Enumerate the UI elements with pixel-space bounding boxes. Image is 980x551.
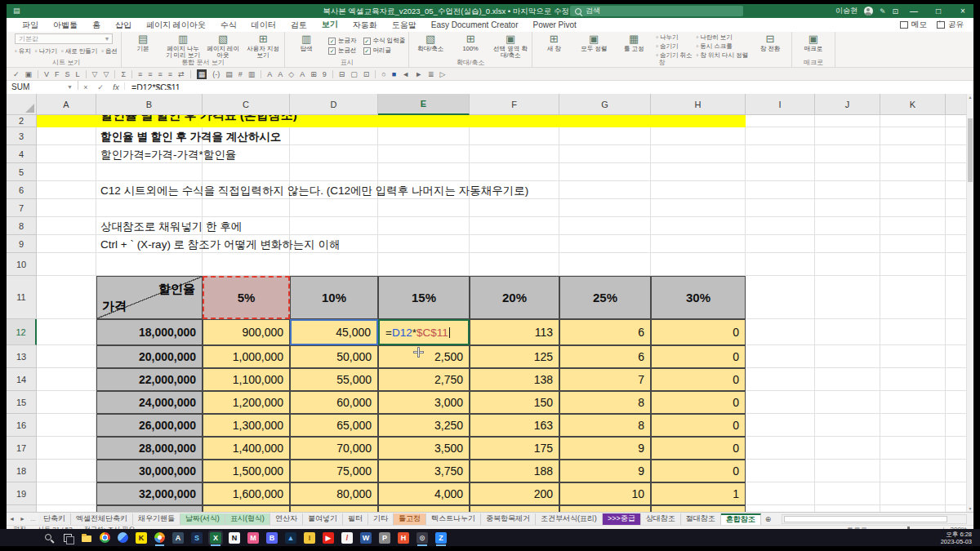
tab-검토[interactable]: 검토 — [283, 18, 314, 33]
autosum-icon[interactable]: Σ — [121, 69, 126, 79]
cell-G10[interactable] — [559, 253, 651, 276]
ribbon-button-유지[interactable]: ▫ 유지 — [15, 47, 31, 55]
cell-G3[interactable] — [559, 127, 651, 145]
play-icon[interactable]: ▷ — [440, 69, 446, 79]
cell-A18[interactable] — [37, 460, 96, 482]
cell-I9[interactable] — [746, 235, 815, 253]
cell-E4[interactable] — [378, 145, 470, 163]
cell-K5[interactable] — [880, 163, 946, 181]
value-cell-E13[interactable]: 2,500 — [378, 345, 470, 368]
row-header-4[interactable]: 4 — [7, 145, 37, 163]
cell-D7[interactable] — [290, 199, 378, 217]
value-cell-H13[interactable]: 0 — [651, 345, 746, 368]
row-header-19[interactable]: 19 — [7, 482, 37, 505]
value-cell-E15[interactable]: 3,000 — [378, 391, 470, 414]
ribbon-button-모두 정렬[interactable]: ▣모두 정렬 — [576, 33, 612, 52]
ribbon-button-페이지 레이아웃[interactable]: ▧페이지 레이아웃 — [205, 33, 241, 59]
scroll-down-arrow[interactable]: ▼ — [967, 506, 973, 511]
row-header-7[interactable]: 7 — [7, 199, 37, 217]
row-header-15[interactable]: 15 — [7, 391, 37, 414]
cell-X2[interactable] — [946, 115, 968, 127]
note-B8[interactable]: 상대참조로 채워넣기 한 후에 — [100, 220, 242, 234]
sheet-tab-필터[interactable]: 필터 — [343, 513, 368, 525]
row-header-5[interactable]: 5 — [7, 163, 37, 181]
cell-K3[interactable] — [880, 127, 946, 145]
cell-J10[interactable] — [815, 253, 880, 276]
cell-I2[interactable] — [746, 115, 815, 127]
cell-D5[interactable] — [290, 163, 378, 181]
ribbon-button-창 전환[interactable]: ⊟창 전환 — [752, 33, 788, 52]
value-cell-E12[interactable]: =D12*$C$11 — [378, 319, 470, 345]
sheet-tab-날짜(서식)[interactable]: 날짜(서식) — [180, 513, 225, 525]
task-view-icon[interactable] — [62, 532, 74, 544]
cell-J12[interactable] — [815, 319, 880, 345]
row-header-3[interactable]: 3 — [7, 127, 37, 145]
row-header-6[interactable]: 6 — [7, 181, 37, 199]
banner-row2[interactable]: 할인율 별 할인 후 가격표 (혼합참조) — [37, 115, 746, 127]
cell-I19[interactable] — [746, 482, 815, 505]
row-header-8[interactable]: 8 — [7, 217, 37, 235]
column-header-A[interactable]: A — [37, 94, 96, 115]
value-cell-C16[interactable]: 1,300,000 — [203, 414, 290, 437]
cell-E9[interactable] — [378, 235, 470, 253]
cell-I7[interactable] — [746, 199, 815, 217]
cell-I10[interactable] — [746, 253, 815, 276]
cell-X9[interactable] — [946, 235, 968, 253]
sheet-tab-혼합참조[interactable]: 혼합참조 — [721, 513, 761, 525]
font-increase-icon[interactable]: A — [267, 69, 272, 79]
cell-B10[interactable] — [96, 253, 203, 276]
value-cell-E16[interactable]: 3,250 — [378, 414, 470, 437]
value-cell-H16[interactable]: 0 — [651, 414, 746, 437]
search-box[interactable]: 검색 — [570, 6, 743, 16]
value-cell-G15[interactable]: 8 — [559, 391, 651, 414]
rate-header-15%[interactable]: 15% — [378, 276, 470, 319]
alcapture-icon[interactable]: A — [172, 532, 184, 544]
tab-Power Pivot[interactable]: Power Pivot — [526, 19, 584, 31]
cell-D3[interactable] — [290, 127, 378, 145]
cell-C10[interactable] — [203, 253, 290, 276]
tab-삽입[interactable]: 삽입 — [108, 18, 139, 33]
value-cell-C13[interactable]: 1,000,000 — [203, 345, 290, 368]
cell-K14[interactable] — [880, 368, 946, 391]
value-cell-F17[interactable]: 175 — [470, 437, 559, 460]
rate-header-10%[interactable]: 10% — [290, 276, 378, 319]
value-cell-F15[interactable]: 150 — [470, 391, 559, 414]
checkbox-머리글[interactable]: ✓머리글 — [363, 47, 406, 55]
row-header-17[interactable]: 17 — [7, 437, 37, 460]
value-cell-H17[interactable]: 0 — [651, 437, 746, 460]
speak-prev-icon[interactable]: ◄ — [402, 69, 409, 79]
cell-J3[interactable] — [815, 127, 880, 145]
cell-X4[interactable] — [946, 145, 968, 163]
cell-E8[interactable] — [378, 217, 470, 235]
cell-J16[interactable] — [815, 414, 880, 437]
value-cell-D16[interactable]: 65,000 — [290, 414, 378, 437]
close-button[interactable]: × — [954, 4, 972, 18]
horizontal-scroll-thumb[interactable] — [784, 516, 947, 522]
comma-style-icon[interactable]: 9 — [323, 69, 327, 79]
cell-A20[interactable] — [37, 505, 96, 512]
note-B6[interactable]: C12 시트외에는 수식을 직접입력하지 않는다. (C12에만 입력후 나머지… — [100, 184, 528, 198]
vertical-scroll-thumb[interactable] — [968, 118, 973, 182]
cell-H8[interactable] — [651, 217, 746, 235]
row-header-14[interactable]: 14 — [7, 368, 37, 391]
cell-I20[interactable] — [746, 505, 815, 512]
cell-A8[interactable] — [37, 217, 96, 235]
cell-J8[interactable] — [815, 217, 880, 235]
cell-X15[interactable] — [946, 391, 968, 414]
cell-J2[interactable] — [815, 115, 880, 127]
value-cell-C15[interactable]: 1,200,000 — [203, 391, 290, 414]
rate-header-25%[interactable]: 25% — [559, 276, 651, 319]
cell-I6[interactable] — [746, 181, 815, 199]
column-header-H[interactable]: H — [651, 94, 746, 115]
cell-K15[interactable] — [880, 391, 946, 414]
cell-D4[interactable] — [290, 145, 378, 163]
chrome-icon[interactable] — [100, 532, 110, 543]
name-manager-icon[interactable]: ▤ — [225, 69, 233, 79]
cell-X7[interactable] — [946, 199, 968, 217]
note-B9[interactable]: Ctrl + ` (X-ray) 로 참조가 어떻게 변화하는지 이해 — [100, 238, 341, 252]
value-cell-E14[interactable]: 2,750 — [378, 368, 470, 391]
value-cell-F13[interactable]: 125 — [470, 345, 559, 368]
cell-I13[interactable] — [746, 345, 815, 368]
cell-D8[interactable] — [290, 217, 378, 235]
pen-icon[interactable]: / — [341, 532, 353, 544]
